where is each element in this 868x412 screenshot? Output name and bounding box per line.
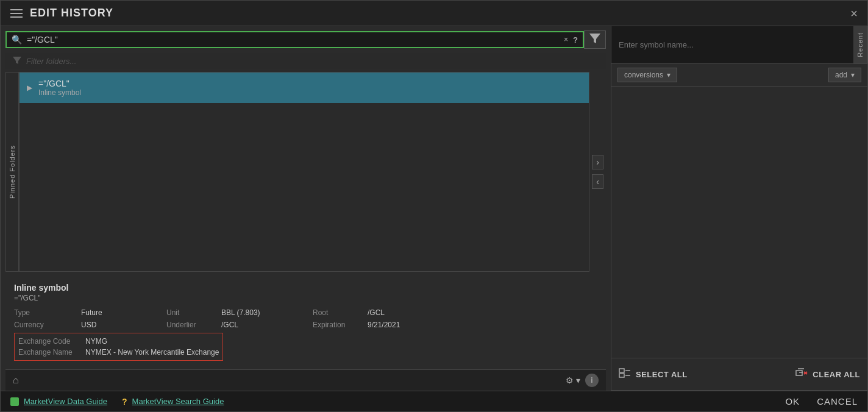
clear-all-label: CLEAR ALL [813,370,860,379]
root-label: Root [313,308,368,317]
search-row: 🔍 × ? [1,26,611,53]
gear-icon: ⚙ [566,375,574,385]
details-grid: Type Future Unit BBL (7.803) Root /GCL C… [14,308,597,329]
data-guide-link[interactable]: MarketView Data Guide [10,397,107,406]
right-panel-top: Recent [611,26,867,64]
exchange-code-label: Exchange Code [18,337,85,346]
list-content: ▶ ="/GCL" Inline symbol [19,72,589,272]
svg-rect-2 [619,369,624,372]
search-input[interactable] [27,35,559,44]
info-button[interactable]: i [585,374,599,387]
list-item-primary: ="/GCL" [38,79,81,88]
data-guide-icon [10,397,19,406]
filter-button[interactable] [584,30,606,49]
filter-bar: Filter folders... [5,53,606,69]
expiration-value: 9/21/2021 [368,321,441,329]
pinned-folders-label: Pinned Folders [5,72,19,272]
details-panel: Inline symbol ="/GCL" Type Future Unit B… [5,274,606,369]
unit-label: Unit [166,308,221,317]
search-clear-icon[interactable]: × [564,35,568,44]
modal-header: EDIT HISTORY × [1,1,867,26]
left-panel: 🔍 × ? Filter folders... [1,26,611,391]
details-subtitle: ="/GCL" [14,294,597,302]
modal: EDIT HISTORY × 🔍 × ? [0,0,868,412]
list-item-secondary: Inline symbol [38,88,81,97]
unit-value: BBL (7.803) [221,308,313,317]
conversions-button[interactable]: conversions ▾ [617,68,677,82]
underlier-value: /GCL [221,321,313,329]
select-all-button[interactable]: SELECT ALL [619,363,739,385]
filter-bar-placeholder: Filter folders... [26,57,76,66]
cancel-button[interactable]: CANCEL [817,396,858,407]
recent-tab[interactable]: Recent [853,26,867,63]
svg-marker-1 [13,57,21,64]
search-icon: 🔍 [12,35,22,44]
svg-marker-0 [589,34,600,43]
modal-title: EDIT HISTORY [30,7,113,20]
right-panel-bottom: SELECT ALL CLEAR ALL [611,358,867,391]
search-help-icon[interactable]: ? [573,35,578,44]
nav-arrow-right[interactable]: › [592,155,603,169]
conversions-label: conversions [624,71,663,79]
bottom-bar-left: ⌂ ⚙ ▾ i [5,369,606,391]
search-guide-link[interactable]: ? MarketView Search Guide [122,397,224,407]
home-button[interactable]: ⌂ [13,375,19,386]
list-item[interactable]: ▶ ="/GCL" Inline symbol [20,73,589,103]
select-all-icon [619,368,631,380]
search-bar: 🔍 × ? [5,31,584,48]
filter-bar-icon [13,57,21,66]
currency-value: USD [81,321,166,329]
nav-arrows: › ‹ [589,72,606,272]
exchange-name-value: NYMEX - New York Mercantile Exchange [85,348,219,357]
clear-all-button[interactable]: CLEAR ALL [739,363,860,385]
details-title: Inline symbol [14,283,597,293]
nav-arrow-left[interactable]: ‹ [592,174,603,189]
select-clear-row: SELECT ALL CLEAR ALL [611,358,867,391]
underlier-label: Underlier [166,321,221,329]
data-guide-label: MarketView Data Guide [24,397,107,406]
exchange-code-value: NYMG [85,337,219,346]
ok-button[interactable]: OK [785,396,800,407]
svg-rect-6 [796,371,802,375]
right-panel: Recent conversions ▾ add ▾ [611,26,867,391]
right-panel-controls: conversions ▾ add ▾ [611,64,867,87]
exchange-highlight: Exchange Code NYMG Exchange Name NYMEX -… [14,333,223,361]
gear-arrow-icon: ▾ [576,375,580,385]
modal-footer: MarketView Data Guide ? MarketView Searc… [1,391,867,411]
root-value: /GCL [368,308,441,317]
list-item-expand-icon: ▶ [27,83,32,92]
expiration-label: Expiration [313,321,368,329]
currency-label: Currency [14,321,81,329]
type-label: Type [14,308,81,317]
gear-button[interactable]: ⚙ ▾ [566,375,580,385]
hamburger-icon[interactable] [10,9,23,18]
close-button[interactable]: × [850,7,858,20]
right-panel-content [611,87,867,358]
modal-body: 🔍 × ? Filter folders... [1,26,867,391]
clear-all-icon [795,368,808,380]
symbol-input[interactable] [611,26,853,63]
search-guide-icon: ? [122,397,127,407]
list-area: Pinned Folders ▶ ="/GCL" Inline symbol ›… [5,72,606,272]
type-value: Future [81,308,166,317]
add-label: add [835,71,847,79]
add-arrow-icon: ▾ [851,71,855,79]
conversions-arrow-icon: ▾ [667,71,671,79]
exchange-name-label: Exchange Name [18,348,85,357]
add-button[interactable]: add ▾ [828,68,861,82]
search-guide-label: MarketView Search Guide [132,397,224,406]
select-all-label: SELECT ALL [636,370,688,379]
svg-rect-3 [619,374,624,377]
